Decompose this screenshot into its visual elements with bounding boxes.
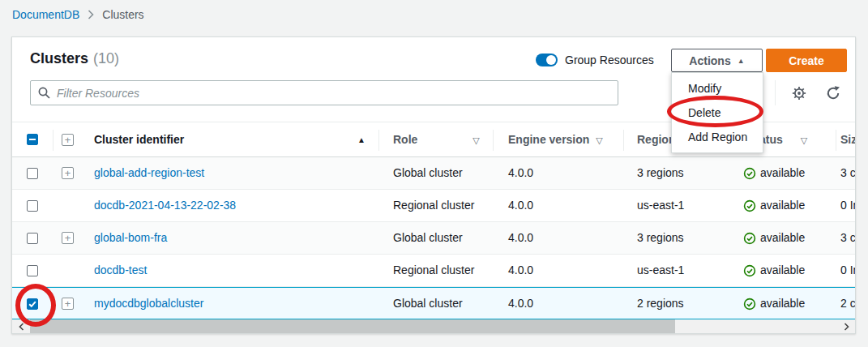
header-divider (493, 130, 494, 151)
header-divider (53, 130, 53, 151)
table-row[interactable]: docdb-test Regional cluster 4.0.0 us-eas… (12, 255, 856, 287)
clusters-panel: Clusters(10) Group Resources Actions ▲ C… (11, 36, 856, 334)
regions-cell: us-east-1 (637, 255, 684, 286)
cluster-identifier-link[interactable]: global-bom-fra (94, 222, 167, 254)
group-resources-toggle-wrap: Group Resources (536, 49, 654, 71)
scroll-left-icon (19, 323, 24, 331)
expand-row-icon[interactable]: + (62, 298, 74, 310)
column-header-size[interactable]: Size (840, 122, 856, 157)
header-divider (378, 130, 379, 151)
role-cell: Global cluster (393, 288, 463, 319)
cluster-identifier-link[interactable]: global-add-region-test (94, 157, 204, 189)
cluster-identifier-link[interactable]: docdb-test (94, 255, 147, 286)
menu-item-add-region[interactable]: Add Region (672, 125, 763, 149)
size-cell: 2 c (840, 288, 856, 319)
status-cell: available (760, 157, 805, 189)
status-available-icon (743, 264, 756, 277)
group-resources-label: Group Resources (565, 54, 654, 66)
scroll-left-button[interactable] (12, 319, 30, 334)
engine-version-cell: 4.0.0 (508, 190, 533, 221)
role-cell: Regional cluster (393, 190, 474, 221)
documentdb-clusters-page: { "breadcrumb": { "root": "DocumentDB", … (0, 0, 868, 347)
status-available-icon (743, 298, 756, 311)
scrollbar-thumb[interactable] (30, 319, 675, 334)
table-body: + global-add-region-test Global cluster … (12, 157, 856, 319)
column-header-role[interactable]: Role▽ (393, 122, 480, 158)
status-available-icon (743, 232, 756, 245)
row-checkbox-checked[interactable] (27, 298, 38, 310)
header-divider (836, 130, 836, 151)
checkmark-icon (28, 299, 37, 309)
status-cell: available (760, 222, 805, 254)
row-checkbox[interactable] (27, 233, 38, 244)
regions-cell: 3 regions (637, 157, 684, 189)
create-button[interactable]: Create (766, 49, 847, 72)
table-row-selected[interactable]: + mydocdbglobalcluster Global cluster 4.… (12, 287, 856, 319)
settings-gear-button[interactable] (791, 85, 807, 101)
actions-button[interactable]: Actions ▲ (671, 49, 763, 72)
header-divider (623, 130, 624, 151)
scroll-right-icon (844, 323, 849, 331)
status-cell: available (760, 190, 805, 221)
engine-version-cell: 4.0.0 (508, 222, 533, 254)
breadcrumb: DocumentDB Clusters (12, 8, 144, 21)
size-cell: 0 In (840, 190, 856, 221)
actions-dropdown-menu: Modify Delete Add Region (671, 72, 763, 153)
column-header-engine-version[interactable]: Engine version▽ (508, 122, 603, 158)
cluster-identifier-link[interactable]: mydocdbglobalcluster (94, 288, 203, 319)
sort-ascending-icon[interactable]: ▲ (357, 122, 366, 157)
role-cell: Global cluster (393, 222, 463, 254)
role-cell: Global cluster (393, 157, 463, 189)
engine-version-cell: 4.0.0 (508, 157, 533, 189)
refresh-button[interactable] (825, 85, 841, 101)
filter-icon[interactable]: ▽ (472, 135, 479, 145)
breadcrumb-chevron-icon (88, 10, 94, 19)
chevron-up-icon: ▲ (738, 57, 745, 65)
table-row[interactable]: + global-add-region-test Global cluster … (12, 157, 856, 190)
panel-title-row: Clusters(10) (30, 50, 119, 67)
gear-icon (791, 85, 807, 101)
breadcrumb-current: Clusters (102, 8, 143, 21)
filter-resources-input[interactable] (30, 80, 618, 105)
table-row[interactable]: + global-bom-fra Global cluster 4.0.0 3 … (12, 222, 856, 255)
group-resources-toggle[interactable] (536, 54, 558, 66)
cluster-count: (10) (93, 50, 119, 66)
regions-cell: 2 regions (637, 288, 684, 319)
scroll-right-button[interactable] (837, 319, 855, 334)
select-all-checkbox[interactable] (27, 134, 38, 145)
status-available-icon (743, 167, 756, 180)
menu-item-modify[interactable]: Modify (672, 76, 763, 101)
toolbar-divider (775, 80, 776, 105)
status-cell: available (760, 288, 805, 319)
regions-cell: us-east-1 (637, 190, 684, 221)
engine-version-cell: 4.0.0 (508, 255, 533, 286)
row-checkbox[interactable] (27, 265, 38, 276)
page-title: Clusters (30, 50, 88, 66)
breadcrumb-link-documentdb[interactable]: DocumentDB (12, 8, 79, 21)
engine-version-cell: 4.0.0 (508, 288, 533, 319)
size-cell: 3 c (840, 157, 856, 189)
refresh-icon (825, 85, 841, 101)
table-row[interactable]: docdb-2021-04-13-22-02-38 Regional clust… (12, 190, 856, 222)
filter-icon[interactable]: ▽ (596, 135, 602, 145)
horizontal-scrollbar[interactable] (12, 319, 855, 334)
actions-button-label: Actions (689, 54, 730, 67)
expand-row-icon[interactable]: + (62, 232, 74, 244)
expand-all-icon[interactable]: + (62, 134, 74, 146)
menu-item-delete[interactable]: Delete (672, 101, 763, 125)
row-checkbox[interactable] (27, 168, 38, 179)
filter-icon[interactable]: ▽ (801, 135, 807, 145)
create-button-label: Create (789, 54, 824, 67)
status-cell: available (760, 255, 805, 286)
cluster-identifier-link[interactable]: docdb-2021-04-13-22-02-38 (94, 190, 236, 221)
size-cell: 3 c (840, 222, 856, 254)
filter-box (30, 80, 618, 105)
regions-cell: 3 regions (637, 222, 684, 254)
status-available-icon (743, 199, 756, 212)
role-cell: Regional cluster (393, 255, 474, 286)
size-cell: 0 In (840, 255, 856, 286)
row-checkbox[interactable] (27, 200, 38, 212)
column-header-cluster-identifier[interactable]: Cluster identifier (94, 122, 184, 157)
toggle-knob (546, 55, 556, 65)
expand-row-icon[interactable]: + (62, 167, 74, 179)
